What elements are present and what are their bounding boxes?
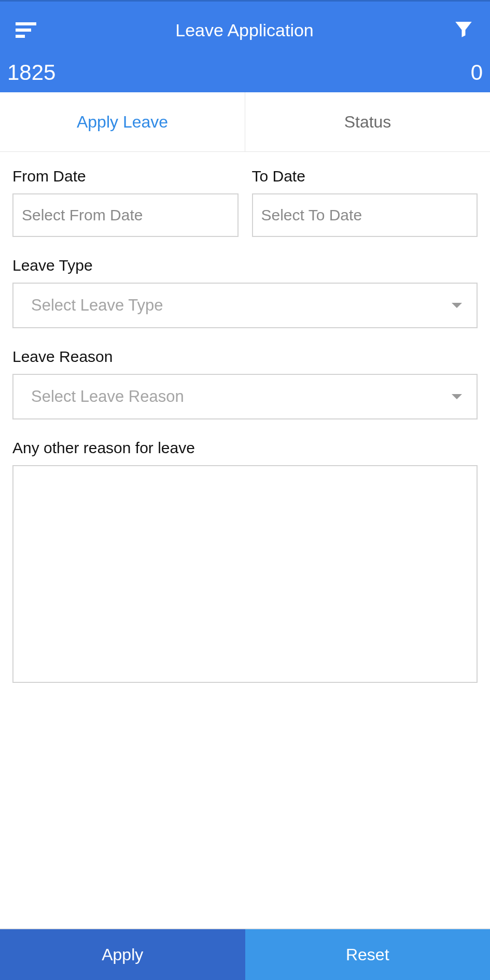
stat-right-value: 0 <box>471 60 483 85</box>
date-row: From Date To Date <box>12 167 478 237</box>
stat-left-value: 1825 <box>7 60 55 85</box>
leave-type-placeholder: Select Leave Type <box>31 296 163 315</box>
header-top-row: Leave Application <box>0 2 490 59</box>
leave-reason-placeholder: Select Leave Reason <box>31 387 184 406</box>
app-header: Leave Application 1825 0 <box>0 2 490 92</box>
to-date-group: To Date <box>252 167 478 237</box>
chevron-down-icon <box>452 394 462 399</box>
leave-reason-select[interactable]: Select Leave Reason <box>12 374 478 419</box>
leave-type-select[interactable]: Select Leave Type <box>12 283 478 328</box>
reset-button[interactable]: Reset <box>245 929 491 980</box>
header-stats-row: 1825 0 <box>0 59 490 92</box>
tab-apply-leave[interactable]: Apply Leave <box>0 92 245 151</box>
to-date-input[interactable] <box>252 193 478 237</box>
from-date-input[interactable] <box>12 193 239 237</box>
leave-reason-label: Leave Reason <box>12 348 478 366</box>
to-date-label: To Date <box>252 167 478 185</box>
other-reason-label: Any other reason for leave <box>12 439 478 457</box>
menu-icon[interactable] <box>16 22 36 38</box>
other-reason-textarea[interactable] <box>12 465 478 683</box>
tab-status[interactable]: Status <box>245 92 490 151</box>
other-reason-group: Any other reason for leave <box>12 439 478 683</box>
apply-button[interactable]: Apply <box>0 929 245 980</box>
leave-type-label: Leave Type <box>12 257 478 274</box>
bottom-action-bar: Apply Reset <box>0 928 490 980</box>
from-date-group: From Date <box>12 167 239 237</box>
leave-reason-group: Leave Reason Select Leave Reason <box>12 348 478 419</box>
filter-icon[interactable] <box>453 18 474 42</box>
chevron-down-icon <box>452 303 462 308</box>
page-title: Leave Application <box>175 20 314 40</box>
form-content: From Date To Date Leave Type Select Leav… <box>0 152 490 928</box>
tab-bar: Apply Leave Status <box>0 92 490 152</box>
leave-type-group: Leave Type Select Leave Type <box>12 257 478 328</box>
from-date-label: From Date <box>12 167 239 185</box>
